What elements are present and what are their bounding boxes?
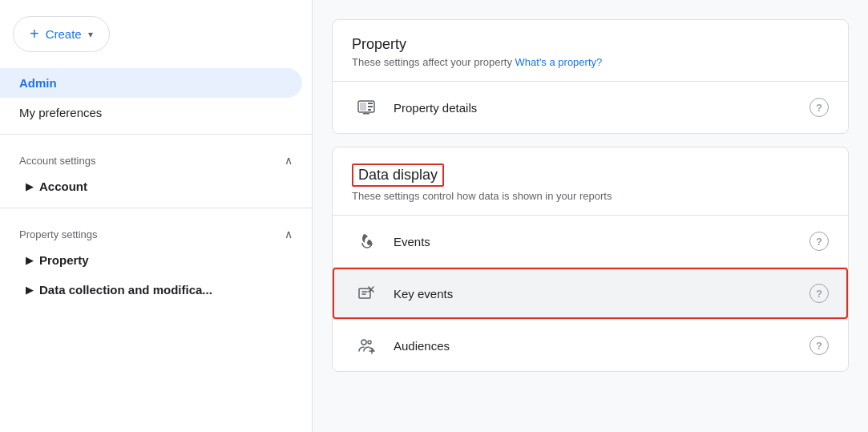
key-events-icon (352, 279, 381, 308)
data-display-card-title: Data display (352, 164, 829, 187)
data-display-title-highlight: Data display (352, 164, 444, 187)
property-label: Property (39, 253, 89, 267)
chevron-up-icon-property[interactable]: ∧ (285, 228, 293, 240)
account-label: Account (39, 180, 87, 193)
data-display-card-header: Data display These settings control how … (333, 147, 848, 215)
chevron-up-icon-account[interactable]: ∧ (285, 154, 293, 167)
divider-1 (0, 134, 312, 135)
property-subtitle-text: These settings affect your property (352, 56, 512, 68)
audiences-help-icon[interactable]: ? (809, 336, 829, 355)
svg-point-8 (368, 341, 371, 344)
sidebar-item-account[interactable]: ▶ Account (0, 172, 312, 201)
sidebar: + Create ▾ Admin My preferences Account … (0, 0, 313, 432)
sidebar-item-admin[interactable]: Admin (0, 68, 302, 98)
create-button[interactable]: + Create ▾ (13, 16, 110, 52)
chevron-down-icon: ▾ (88, 29, 93, 40)
events-label: Events (394, 235, 809, 248)
events-help-icon[interactable]: ? (809, 232, 829, 251)
sidebar-item-property[interactable]: ▶ Property (0, 245, 312, 275)
property-details-row[interactable]: Property details ? (333, 81, 848, 133)
account-settings-label: Account settings (19, 155, 95, 167)
arrow-icon-account: ▶ (26, 181, 33, 192)
audiences-row[interactable]: Audiences ? (333, 319, 848, 371)
svg-rect-4 (368, 109, 371, 111)
data-display-card-subtitle: These settings control how data is shown… (352, 190, 829, 202)
svg-point-7 (361, 340, 366, 345)
property-card-header: Property These settings affect your prop… (333, 20, 848, 81)
events-icon (352, 227, 381, 256)
property-card-title: Property (352, 36, 829, 53)
svg-rect-1 (360, 103, 366, 111)
divider-2 (0, 208, 312, 208)
sidebar-item-my-preferences[interactable]: My preferences (0, 98, 302, 127)
create-label: Create (46, 27, 82, 41)
main-content: Property These settings affect your prop… (313, 0, 868, 432)
audiences-icon (352, 331, 381, 360)
audiences-label: Audiences (394, 339, 809, 353)
property-settings-label: Property settings (19, 228, 98, 240)
property-settings-header: Property settings ∧ (0, 215, 312, 245)
data-collection-label: Data collection and modifica... (39, 283, 212, 297)
key-events-label: Key events (394, 287, 809, 301)
property-details-icon (352, 93, 381, 122)
plus-icon: + (30, 25, 39, 43)
property-card: Property These settings affect your prop… (332, 19, 849, 134)
svg-rect-3 (368, 106, 373, 107)
svg-rect-5 (363, 113, 369, 115)
whats-a-property-link[interactable]: What's a property? (515, 56, 603, 68)
events-row[interactable]: Events ? (333, 215, 848, 267)
account-settings-header: Account settings ∧ (0, 141, 312, 172)
sidebar-item-data-collection[interactable]: ▶ Data collection and modifica... (0, 275, 312, 305)
key-events-help-icon[interactable]: ? (809, 284, 829, 303)
create-button-wrap: + Create ▾ (0, 16, 312, 68)
arrow-icon-property: ▶ (26, 255, 33, 266)
svg-rect-2 (368, 103, 373, 104)
property-details-label: Property details (394, 101, 809, 115)
key-events-row[interactable]: Key events ? (333, 267, 848, 319)
svg-rect-6 (359, 289, 370, 298)
data-display-card: Data display These settings control how … (332, 147, 849, 372)
property-card-subtitle: These settings affect your property What… (352, 56, 829, 68)
property-details-help-icon[interactable]: ? (809, 98, 829, 117)
arrow-icon-data-collection: ▶ (26, 285, 33, 296)
